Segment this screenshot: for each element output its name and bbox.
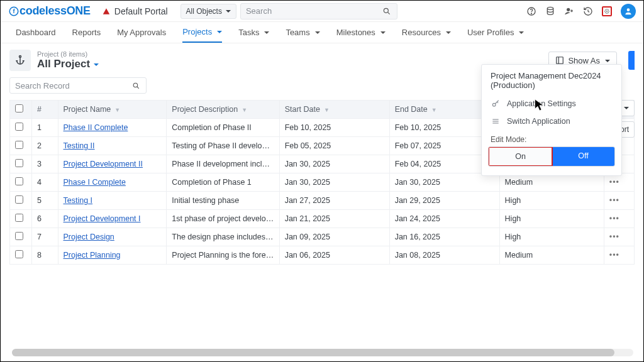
project-link[interactable]: Project Planning: [64, 251, 121, 260]
row-actions[interactable]: •••: [604, 228, 634, 246]
row-index: 8: [31, 246, 58, 265]
chevron-down-icon: [314, 28, 320, 37]
cell-project-description: 1st phase of project developm...: [167, 210, 279, 228]
tab-reports[interactable]: Reports: [72, 23, 101, 42]
row-actions[interactable]: •••: [604, 246, 634, 265]
col-select-all[interactable]: [10, 101, 32, 119]
portal-switcher[interactable]: Default Portal: [102, 6, 168, 16]
edit-mode-on[interactable]: On: [488, 146, 553, 167]
gear-icon[interactable]: [602, 6, 612, 16]
project-link[interactable]: Project Design: [64, 233, 114, 241]
row-checkbox[interactable]: [15, 159, 23, 167]
tab-user-profiles[interactable]: User Profiles: [467, 23, 524, 42]
cell-priority: Medium: [499, 246, 604, 265]
svg-point-7: [567, 8, 570, 11]
cell-end-date: Jan 08, 2025: [389, 246, 499, 265]
row-checkbox[interactable]: [15, 141, 23, 149]
row-select[interactable]: [10, 228, 32, 246]
table-row: 6Project Development I1st phase of proje…: [10, 210, 635, 228]
tab-tasks[interactable]: Tasks: [238, 23, 269, 42]
row-select[interactable]: [10, 155, 32, 173]
row-select[interactable]: [10, 210, 32, 228]
svg-point-5: [531, 13, 531, 13]
row-actions[interactable]: •••: [604, 192, 634, 210]
project-link[interactable]: Testing II: [64, 141, 95, 150]
tab-milestones[interactable]: Milestones: [336, 23, 386, 42]
row-checkbox[interactable]: [15, 177, 23, 185]
user-avatar[interactable]: [621, 4, 636, 19]
sort-icon: ▼: [242, 107, 247, 113]
project-link[interactable]: Project Development II: [64, 160, 143, 168]
sort-icon: ▼: [324, 107, 330, 113]
row-checkbox[interactable]: [15, 123, 23, 131]
help-icon[interactable]: [526, 6, 536, 16]
col-index[interactable]: #: [31, 101, 58, 119]
svg-point-8: [606, 11, 608, 12]
object-selector[interactable]: All Objects: [180, 4, 236, 19]
add-user-icon[interactable]: [564, 6, 574, 16]
cell-project-description: Testing of Phase II development: [167, 137, 279, 155]
col-start-date[interactable]: Start Date▼: [279, 101, 389, 119]
project-link[interactable]: Project Development I: [64, 214, 141, 223]
sort-icon: ▼: [114, 107, 120, 113]
topbar: f codelessONE Default Portal All Objects…: [1, 1, 643, 22]
switch-application-item[interactable]: Switch Application: [482, 112, 621, 130]
cell-project-description: Completion of Phase 1: [167, 173, 279, 192]
row-checkbox[interactable]: [15, 214, 23, 222]
cell-start-date: Feb 10, 2025: [279, 119, 389, 137]
tab-label: Reports: [72, 28, 101, 37]
cell-project-description: Initial testing phase: [167, 192, 279, 210]
row-select[interactable]: [10, 137, 32, 155]
cell-project-name: Project Planning: [58, 246, 167, 265]
seg-label: On: [515, 152, 526, 161]
application-settings-item[interactable]: Application Settings: [482, 95, 621, 112]
history-icon[interactable]: [583, 6, 593, 16]
scrollbar-thumb[interactable]: [12, 349, 614, 356]
project-link[interactable]: Phase II Complete: [64, 123, 128, 132]
key-icon: [491, 99, 501, 109]
person-icon: [624, 7, 633, 16]
edit-mode-off[interactable]: Off: [552, 147, 614, 166]
row-index: 6: [31, 210, 58, 228]
hidden-primary-button-edge[interactable]: [628, 51, 635, 70]
tab-dashboard[interactable]: Dashboard: [16, 23, 56, 42]
row-select[interactable]: [10, 192, 32, 210]
global-search[interactable]: Search: [240, 3, 397, 19]
page-title-text: All Project: [37, 58, 90, 70]
cell-project-description: Project Planning is the foremo...: [167, 246, 279, 265]
row-index: 4: [31, 173, 58, 192]
cell-project-name: Phase I Complete: [58, 173, 167, 192]
settings-menu: Project Management Dec2024 (Production) …: [481, 64, 622, 176]
tab-resources[interactable]: Resources: [402, 23, 451, 42]
horizontal-scrollbar[interactable]: [12, 349, 633, 356]
project-link[interactable]: Phase I Complete: [64, 178, 126, 187]
project-link[interactable]: Testing I: [64, 196, 93, 205]
row-index: 7: [31, 228, 58, 246]
row-checkbox[interactable]: [15, 195, 23, 204]
chevron-down-icon: [225, 7, 231, 16]
cell-start-date: Jan 30, 2025: [279, 173, 389, 192]
row-checkbox[interactable]: [15, 250, 23, 258]
row-select[interactable]: [10, 173, 32, 192]
table-row: 7Project DesignThe design phase includes…: [10, 228, 635, 246]
svg-point-15: [492, 103, 496, 106]
row-checkbox[interactable]: [15, 232, 23, 240]
record-search[interactable]: Search Record: [9, 77, 147, 94]
tab-label: Projects: [182, 27, 212, 36]
tab-my-approvals[interactable]: My Approvals: [117, 23, 166, 42]
tab-projects[interactable]: Projects: [182, 22, 222, 43]
col-project-name[interactable]: Project Name▼: [58, 101, 167, 119]
row-actions[interactable]: •••: [604, 210, 634, 228]
page-title[interactable]: All Project: [37, 58, 99, 70]
svg-line-14: [136, 86, 138, 88]
cell-end-date: Jan 29, 2025: [389, 192, 499, 210]
tab-teams[interactable]: Teams: [286, 23, 319, 42]
row-select[interactable]: [10, 119, 32, 137]
database-icon[interactable]: [545, 6, 555, 16]
select-all-checkbox[interactable]: [15, 104, 23, 112]
tab-label: User Profiles: [467, 28, 514, 37]
tab-label: Tasks: [238, 28, 259, 37]
row-select[interactable]: [10, 246, 32, 265]
col-project-description[interactable]: Project Description▼: [167, 101, 279, 119]
seg-label: Off: [578, 151, 588, 160]
